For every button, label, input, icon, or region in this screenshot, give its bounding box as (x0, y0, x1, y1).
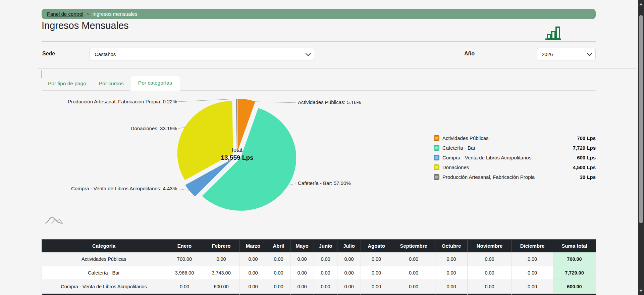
table-cell: 0.00 (512, 252, 553, 266)
pie-slice-4[interactable] (236, 99, 237, 151)
legend-value: 4,500 Lps (573, 164, 596, 170)
callout-compra-venta: Compra - Venta de Libros Acropolitanos: … (71, 186, 177, 191)
legend-swatch (434, 174, 439, 180)
table-cell: 0.00 (239, 266, 267, 280)
table-cell: 0.00 (239, 280, 267, 294)
table-header-cell: Septiembre (392, 240, 435, 252)
legend-value: 600 Lps (577, 155, 596, 160)
table-cell: 0.00 (361, 252, 392, 266)
table-header-cell: Noviembre (468, 240, 512, 252)
chart-area: Producción Artesanal, Fabricación Propia… (42, 91, 596, 239)
footer-strip-cell (361, 294, 392, 295)
footer-strip-cell (290, 294, 314, 295)
anio-select[interactable]: 2026 (537, 48, 596, 60)
table-cell: 3,986.00 (166, 266, 203, 280)
table-header-cell: Julio (337, 240, 361, 252)
table-cell: 0.00 (512, 266, 553, 280)
table-header-cell: Diciembre (512, 240, 553, 252)
tab-2[interactable]: Por categorías (130, 75, 180, 91)
footer-strip-cell (42, 294, 166, 295)
table-cell: 0.00 (267, 252, 290, 266)
table-header-cell: Junio (314, 240, 337, 252)
footer-strip-cell (166, 294, 203, 295)
tab-0[interactable]: Por tipo de pago (42, 77, 93, 90)
footer-strip-cell (392, 294, 435, 295)
tab-1[interactable]: Por cursos (93, 77, 130, 90)
table-cell: 0.00 (435, 252, 468, 266)
scrollbar-thumb[interactable] (639, 15, 643, 223)
table-cell: 0.00 (290, 252, 314, 266)
legend-value: 7,729 Lps (573, 145, 596, 151)
pie-slice-3[interactable] (177, 101, 233, 180)
table-cell: 0.00 (468, 252, 512, 266)
table-cell: 0.00 (392, 252, 435, 266)
table-cell: Actividades Públicas (42, 252, 166, 266)
table-cell: 0.00 (337, 280, 361, 294)
callout-leader-line (255, 102, 296, 103)
table-cell: 600.00 (553, 280, 596, 294)
chevron-down-icon (306, 51, 311, 56)
table-cell: 0.00 (337, 266, 361, 280)
callout-produccion: Producción Artesanal, Fabricación Propia… (68, 99, 177, 104)
footer-strip-cell (239, 294, 267, 295)
sede-label: Sede (42, 51, 55, 57)
table-header-cell: Enero (166, 240, 203, 252)
anio-label: Año (464, 51, 475, 57)
filters-divider (38, 68, 637, 68)
table-header-cell: Octubre (435, 240, 468, 252)
chart-legend: Actividades Públicas700 LpsCafetería - B… (434, 133, 596, 182)
legend-item-2: Compra - Venta de Libros Acropolitanos60… (434, 153, 596, 162)
table-row: Cafetería - Bar3,986.003,743.000.000.000… (42, 266, 596, 280)
table-cell: 600.00 (203, 280, 239, 294)
table-cell: 3,743.00 (203, 266, 239, 280)
table-cell: 0.00 (435, 266, 468, 280)
table-cell: 0.00 (512, 280, 553, 294)
pie-total: Total: 13,559 Lps (207, 147, 267, 161)
breadcrumb-current: Ingresos mensuales (92, 11, 137, 17)
breadcrumb-link-panel[interactable]: Panel de control (47, 11, 83, 17)
table-cell: 0.00 (166, 280, 203, 294)
table-header-cell: Categoría (42, 240, 166, 252)
table-header-cell: Febrero (203, 240, 239, 252)
legend-label: Producción Artesanal, Fabricación Propia (442, 174, 580, 180)
vertical-scrollbar[interactable] (638, 0, 644, 295)
table-cell: 0.00 (392, 280, 435, 294)
sede-select[interactable]: Castaños (90, 48, 314, 60)
pie-total-label: Total: (207, 147, 267, 153)
legend-item-1: Cafetería - Bar7,729 Lps (434, 143, 596, 153)
table-header-cell: Abril (267, 240, 290, 252)
legend-label: Actividades Públicas (442, 135, 577, 141)
table-cell: 0.00 (468, 266, 512, 280)
table-cell: 0.00 (203, 252, 239, 266)
table-header-cell: Suma total (553, 240, 596, 252)
table-cell: 0.00 (267, 280, 290, 294)
table-wrap: CategoríaEneroFebreroMarzoAbrilMayoJunio… (42, 239, 596, 295)
footer-strip-cell (267, 294, 290, 295)
table-cell: 700.00 (553, 252, 596, 266)
pie-total-value: 13,559 Lps (207, 154, 267, 161)
table-cell: 0.00 (290, 280, 314, 294)
legend-item-4: Producción Artesanal, Fabricación Propia… (434, 172, 596, 182)
legend-label: Compra - Venta de Libros Acropolitanos (442, 155, 577, 160)
scroll-up-arrow-icon[interactable] (639, 3, 643, 5)
scroll-down-arrow-icon[interactable] (639, 290, 643, 292)
table-cell: 0.00 (435, 280, 468, 294)
table-cell: 0.00 (361, 280, 392, 294)
footer-strip-cell (337, 294, 361, 295)
table-cell: 0.00 (314, 280, 337, 294)
bar-chart-icon (545, 26, 561, 41)
legend-swatch (434, 135, 439, 141)
footer-strip-cell (203, 294, 239, 295)
legend-label: Cafetería - Bar (442, 145, 573, 151)
table-row: Actividades Públicas700.000.000.000.000.… (42, 252, 596, 266)
breadcrumb: Panel de control > Ingresos mensuales (42, 9, 596, 19)
tab-bar: Por tipo de pagoPor cursosPor categorías (42, 75, 596, 91)
legend-item-3: Donaciones4,500 Lps (434, 162, 596, 172)
table-cell: 0.00 (267, 266, 290, 280)
table-cell: 0.00 (337, 252, 361, 266)
table-header-cell: Mayo (290, 240, 314, 252)
legend-swatch (434, 145, 439, 151)
legend-value: 30 Lps (580, 174, 596, 180)
anio-select-value: 2026 (542, 51, 587, 57)
footer-strip-cell (553, 294, 596, 295)
